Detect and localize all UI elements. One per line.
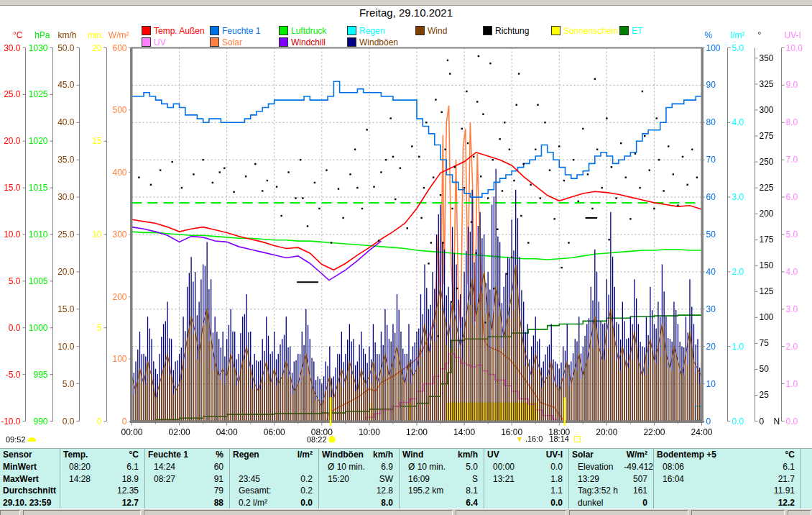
statusbar-pane — [788, 510, 811, 515]
table-cell — [484, 485, 539, 497]
table-cell — [484, 497, 539, 509]
table-cell: 13:29 — [569, 473, 624, 486]
table-column: Feuchte 1%14:246008:27917988 — [145, 449, 230, 509]
table-cell: 0.0 — [287, 497, 318, 509]
statusbar-pane — [691, 510, 785, 515]
table-row: Tag:3:52 h161 — [569, 485, 653, 497]
table-row: 14:2818.9 — [60, 473, 144, 486]
table-cell: 60 — [200, 461, 229, 473]
table-cell: 161 — [624, 485, 653, 497]
status-bar — [0, 509, 812, 515]
statistics-table: SensorMinWertMaxWertDurchschnitt29.10. 2… — [0, 448, 812, 509]
table-row: 13:211.8 — [484, 473, 568, 486]
table-cell: SW 33.8 — [372, 473, 399, 486]
table-column: SolarW/m²Elevation-49.41213:29507Tag:3:5… — [569, 449, 654, 509]
table-cell: 12.7 — [115, 497, 144, 509]
table-row: dunkel0 — [569, 497, 653, 509]
table-row: 12.7 — [60, 497, 144, 509]
table-cell: 16:04 — [654, 473, 743, 486]
table-column-unit: l/m² — [282, 449, 318, 461]
table-column-unit: °C — [737, 449, 801, 461]
table-column: Windkm/hØ 10 min.5.016:09S 20.9195.2 km8… — [400, 449, 484, 509]
table-cell — [287, 461, 318, 473]
table-cell: 6.4 — [454, 497, 484, 509]
table-row: 23:450.2 — [230, 473, 318, 486]
table-column-header: Bodentemp +5 — [654, 449, 737, 461]
table-row: 16:09S 20.9 — [400, 473, 484, 486]
table-row: Sensor — [0, 449, 60, 461]
table-row: MaxWert — [0, 473, 60, 486]
table-cell — [60, 497, 115, 509]
table-column-header: Regen — [230, 449, 282, 461]
table-cell: Tag:3:52 h — [569, 485, 624, 497]
table-row: Durchschnitt — [0, 485, 60, 497]
table-cell — [60, 485, 115, 497]
table-column: UVUV-I00:000.013:211.81.10.0 — [484, 449, 569, 509]
table-row-header: 29.10. 23:59 — [0, 497, 51, 509]
table-row: Elevation-49.412 — [569, 461, 653, 473]
table-cell — [400, 497, 454, 509]
weather-app-window: Freitag, 29.10.2021 Temp. AußenFeuchte 1… — [0, 0, 812, 515]
table-cell: 08:06 — [654, 461, 743, 473]
table-cell: 23:45 — [230, 473, 287, 486]
table-cell: 18.9 — [115, 473, 144, 486]
table-cell: 79 — [200, 485, 229, 497]
table-cell: 21.7 — [743, 473, 801, 486]
table-cell: 13:21 — [484, 473, 539, 486]
table-row: 1.1 — [484, 485, 568, 497]
table-cell: Ø 10 min. — [319, 461, 372, 473]
table-row: Bodentemp +5°C — [654, 449, 801, 461]
table-cell — [319, 497, 372, 509]
table-row: 12.2 — [654, 497, 801, 509]
table-cell: 507 — [624, 473, 653, 486]
table-cell: 1.8 — [539, 473, 568, 486]
statusbar-pane — [0, 510, 20, 515]
table-column-unit: °C — [109, 449, 144, 461]
table-cell — [654, 485, 743, 497]
table-row: Windkm/h — [400, 449, 484, 461]
table-cell: 6.1 — [743, 461, 801, 473]
table-column-header: Solar — [569, 449, 618, 461]
table-cell: 08:20 — [60, 461, 115, 473]
table-cell: 12.2 — [743, 497, 801, 509]
sunset-annotation: ▼ .16:0 18:14 — [516, 434, 581, 443]
table-row-header: Durchschnitt — [0, 485, 56, 497]
table-row: SolarW/m² — [569, 449, 653, 461]
table-cell: 195.2 km — [400, 485, 454, 497]
table-row: 13:29507 — [569, 473, 653, 486]
moonrise-annotation: 09:52 — [6, 435, 36, 444]
table-cell: 6.1 — [115, 461, 144, 473]
table-cell: 1.1 — [539, 485, 568, 497]
table-column: Regenl/m²23:450.2Gesamt:0.20.2 l/m²0.0 — [230, 449, 319, 509]
statusbar-pane — [23, 510, 141, 515]
table-cell: 15:20 — [319, 473, 372, 486]
table-column: Windböenkm/hØ 10 min.6.915:20SW 33.812.8… — [319, 449, 400, 509]
table-column: Temp. Außen°C08:206.114:2818.912.3512.7 — [60, 449, 145, 509]
table-row-header: MinWert — [0, 461, 37, 473]
table-cell: 0 — [624, 497, 653, 509]
table-cell: S 20.9 — [454, 473, 484, 486]
table-cell: 16:09 — [400, 473, 454, 486]
table-column-unit: km/h — [448, 449, 484, 461]
table-cell: 0.2 — [287, 473, 318, 486]
peak-time-label: .16:0 — [525, 434, 543, 443]
sunrise-annotation: 08:22 — [307, 435, 335, 444]
table-row: 00:000.0 — [484, 461, 568, 473]
table-cell: Ø 10 min. — [400, 461, 454, 473]
table-cell: 0.2 — [287, 485, 318, 497]
table-cell: 0.0 — [539, 497, 568, 509]
table-cell: 5.0 — [454, 461, 484, 473]
sunset-icon — [574, 436, 581, 442]
table-column-unit: km/h — [366, 449, 399, 461]
table-row: 0.2 l/m²0.0 — [230, 497, 318, 509]
table-cell — [145, 485, 200, 497]
moonrise-icon — [28, 437, 36, 442]
table-row: Regenl/m² — [230, 449, 318, 461]
table-cell: Elevation — [569, 461, 624, 473]
table-cell: Gesamt: — [230, 485, 287, 497]
statusbar-pane — [569, 510, 688, 515]
table-row: 6.4 — [400, 497, 484, 509]
table-column: Bodentemp +5°C08:066.116:0421.711.9112.2 — [654, 449, 801, 509]
table-row: 11.91 — [654, 485, 801, 497]
table-row: 195.2 km8.1 — [400, 485, 484, 497]
